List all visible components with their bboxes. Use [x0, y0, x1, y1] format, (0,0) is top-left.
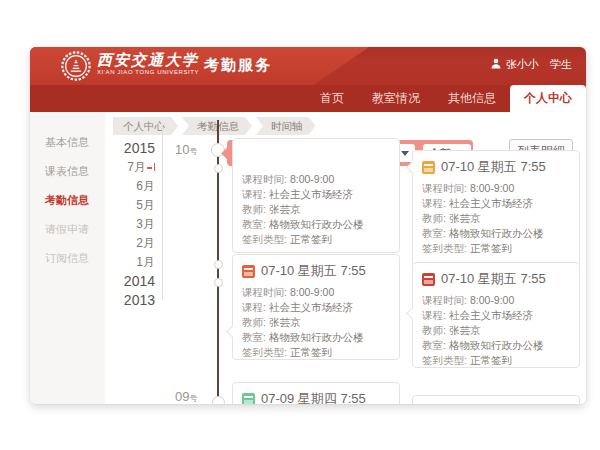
- card-field: 课程时间:8:00-9:00: [242, 285, 390, 300]
- app-window: 西安交通大学 XI'AN JIAO TONG UNIVERSITY 考勤服务 张…: [30, 47, 586, 404]
- nav-item-3[interactable]: 个人中心: [510, 85, 586, 112]
- university-logo-icon: [60, 50, 92, 82]
- date-nav: 20157月6月5月3月2月1月20142013: [105, 139, 162, 310]
- sidebar-item-1[interactable]: 课表信息: [30, 157, 105, 186]
- timeline-card: 07-09 星期四 7:55: [232, 382, 400, 404]
- date-nav-item-6[interactable]: 1月: [105, 253, 155, 272]
- page-background: 西安交通大学 XI'AN JIAO TONG UNIVERSITY 考勤服务 张…: [0, 0, 600, 450]
- content-area: 基本信息课表信息考勤信息请假申请订阅信息 个人中心考勤信息时间轴 20157月6…: [30, 112, 586, 404]
- date-nav-divider: [162, 124, 163, 300]
- date-nav-item-4[interactable]: 3月: [105, 215, 155, 234]
- date-nav-item-0[interactable]: 2015: [105, 139, 155, 158]
- sidebar-item-4[interactable]: 订阅信息: [30, 244, 105, 273]
- nav-item-1[interactable]: 教室情况: [358, 85, 434, 112]
- sidebar-item-2[interactable]: 考勤信息: [30, 186, 105, 215]
- sidebar-item-3[interactable]: 请假申请: [30, 215, 105, 244]
- nav-item-0[interactable]: 首页: [306, 85, 358, 112]
- card-title: 07-10 星期五 7:55: [413, 151, 579, 179]
- timeline-card: 课程时间:8:00-9:00课程:社会主义市场经济教师:张芸京教室:格物致知行政…: [232, 138, 400, 253]
- card-field: 课程:社会主义市场经济: [242, 300, 390, 315]
- date-nav-item-7[interactable]: 2014: [105, 272, 155, 291]
- date-nav-item-3[interactable]: 5月: [105, 196, 155, 215]
- app-header: 西安交通大学 XI'AN JIAO TONG UNIVERSITY 考勤服务 张…: [30, 47, 586, 85]
- card-field: 签到类型:正常签到: [422, 241, 570, 256]
- card-field: 课程时间:8:00-9:00: [422, 293, 570, 308]
- timeline-node: [214, 260, 223, 269]
- university-name-cn: 西安交通大学: [97, 51, 199, 69]
- card-title: 07-09 星期四 7:55: [233, 383, 399, 404]
- timeline-node: [212, 396, 225, 404]
- user-icon: [491, 58, 501, 71]
- card-field: 签到类型:正常签到: [242, 232, 390, 247]
- user-role: 学生: [550, 57, 572, 72]
- card-field: 教师:张芸京: [242, 202, 390, 217]
- attendance-status-icon: [422, 273, 435, 286]
- card-field: 教师:张芸京: [422, 211, 570, 226]
- main-panel: 个人中心考勤信息时间轴 20157月6月5月3月2月1月20142013 10号…: [105, 112, 586, 404]
- timeline-card: 07-10 星期五 7:55课程时间:8:00-9:00课程:社会主义市场经济教…: [412, 150, 580, 266]
- current-month-marker-icon: [147, 163, 155, 171]
- university-name: 西安交通大学 XI'AN JIAO TONG UNIVERSITY: [97, 51, 199, 75]
- card-field: 课程时间:8:00-9:00: [422, 181, 570, 196]
- timeline-day-label: 09号: [175, 389, 197, 404]
- date-nav-item-8[interactable]: 2013: [105, 291, 155, 310]
- chevron-down-icon: [401, 151, 409, 156]
- main-nav: 首页教室情况其他信息个人中心: [30, 85, 586, 112]
- card-field: 教室:格物致知行政办公楼: [422, 226, 570, 241]
- timeline-day-label: 10号: [175, 142, 197, 157]
- card-field: 课程:社会主义市场经济: [422, 308, 570, 323]
- user-info[interactable]: 张小小 学生: [491, 57, 572, 72]
- timeline-node: [214, 278, 223, 287]
- timeline-card: [412, 395, 580, 404]
- card-field: 签到类型:正常签到: [242, 345, 390, 360]
- card-field: 课程时间:8:00-9:00: [242, 172, 390, 187]
- card-field: 教师:张芸京: [422, 323, 570, 338]
- attendance-status-icon: [242, 265, 255, 278]
- card-field: 课程:社会主义市场经济: [242, 187, 390, 202]
- card-title: 07-10 星期五 7:55: [233, 255, 399, 283]
- attendance-status-icon: [242, 393, 255, 405]
- sidebar: 基本信息课表信息考勤信息请假申请订阅信息: [30, 112, 105, 404]
- card-title: 07-10 星期五 7:55: [413, 263, 579, 291]
- date-nav-item-5[interactable]: 2月: [105, 234, 155, 253]
- breadcrumb-item-2[interactable]: 时间轴: [256, 117, 316, 135]
- card-field: 教师:张芸京: [242, 315, 390, 330]
- card-field: 教室:格物致知行政办公楼: [242, 330, 390, 345]
- breadcrumb: 个人中心考勤信息时间轴: [113, 117, 316, 135]
- app-title: 考勤服务: [204, 56, 272, 75]
- breadcrumb-item-0[interactable]: 个人中心: [113, 117, 178, 135]
- card-field: 课程:社会主义市场经济: [422, 196, 570, 211]
- card-field: 教室:格物致知行政办公楼: [422, 338, 570, 353]
- university-name-en: XI'AN JIAO TONG UNIVERSITY: [97, 69, 199, 75]
- nav-item-2[interactable]: 其他信息: [434, 85, 510, 112]
- date-nav-item-1[interactable]: 7月: [105, 158, 155, 177]
- card-field: 签到类型:正常签到: [422, 353, 570, 368]
- timeline-card: 07-10 星期五 7:55课程时间:8:00-9:00课程:社会主义市场经济教…: [412, 262, 580, 368]
- sidebar-item-0[interactable]: 基本信息: [30, 128, 105, 157]
- timeline-node: [214, 164, 223, 173]
- date-nav-item-2[interactable]: 6月: [105, 177, 155, 196]
- user-name: 张小小: [506, 57, 539, 72]
- timeline-card: 07-10 星期五 7:55课程时间:8:00-9:00课程:社会主义市场经济教…: [232, 254, 400, 360]
- card-field: 教室:格物致知行政办公楼: [242, 217, 390, 232]
- attendance-status-icon: [422, 161, 435, 174]
